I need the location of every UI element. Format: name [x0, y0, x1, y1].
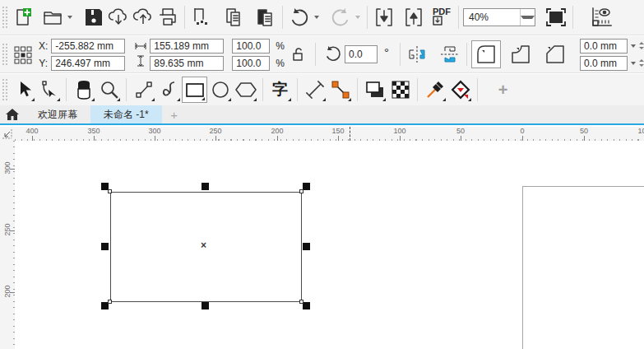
- dimension-tool[interactable]: [302, 77, 327, 103]
- new-tab-button[interactable]: +: [162, 105, 187, 123]
- connector-icon: [331, 80, 350, 100]
- cloud-upload-button[interactable]: [131, 4, 155, 30]
- selection-handle-middle-left[interactable]: [101, 243, 109, 250]
- fullscreen-preview-button[interactable]: [544, 4, 568, 30]
- undo-icon: [288, 7, 311, 28]
- redo-dropdown-arrow[interactable]: [355, 16, 360, 19]
- ruler-origin-button[interactable]: [0, 127, 15, 141]
- selection-handle-top-right[interactable]: [303, 183, 310, 190]
- eyedropper-tool[interactable]: [422, 77, 447, 103]
- scale-y-input[interactable]: 100.0: [232, 56, 270, 71]
- scalloped-corner-button[interactable]: [506, 40, 535, 68]
- object-position-icon: [13, 44, 33, 64]
- zoom-level-combobox[interactable]: 40%: [463, 8, 535, 26]
- lock-ratio-button[interactable]: [286, 41, 311, 67]
- redo-button[interactable]: [328, 4, 353, 30]
- cloud-download-button[interactable]: [106, 4, 131, 30]
- two-point-line-icon: [134, 80, 154, 100]
- save-button[interactable]: [81, 4, 106, 30]
- tab-welcome-screen[interactable]: 欢迎屏幕: [25, 105, 90, 123]
- zoom-level-dropdown[interactable]: [520, 9, 535, 26]
- toolbar-grip[interactable]: [2, 43, 9, 66]
- chevron-down-icon: [521, 16, 535, 19]
- toolbox-separator: [477, 78, 478, 101]
- toolbar-grip[interactable]: [2, 6, 9, 29]
- export-button[interactable]: [401, 4, 426, 30]
- cut-button[interactable]: [189, 4, 214, 30]
- selection-center-marker[interactable]: ×: [201, 240, 206, 251]
- pick-tool[interactable]: [11, 77, 36, 103]
- home-icon: [6, 109, 19, 120]
- selection-handle-bottom-middle[interactable]: [202, 302, 209, 309]
- eraser-tool[interactable]: [71, 77, 96, 103]
- corner-radius-bottom-dropdown[interactable]: [631, 62, 636, 65]
- connector-tool[interactable]: [327, 77, 353, 103]
- selection-handle-bottom-right[interactable]: [303, 302, 310, 309]
- rotation-angle-input[interactable]: 0.0: [345, 45, 378, 63]
- corner-radius-bottom-spinner[interactable]: [639, 59, 644, 67]
- object-width-input[interactable]: 155.189 mm: [150, 39, 224, 54]
- horizontal-ruler[interactable]: 400 350 300 250 200 150 100 50 0 50 100: [15, 127, 644, 141]
- text-tool[interactable]: 字: [267, 77, 293, 103]
- x-position-input[interactable]: -255.882 mm: [51, 39, 125, 54]
- freehand-tool[interactable]: [131, 77, 156, 103]
- ruler-label: 250: [3, 223, 12, 236]
- corner-node-bottom-left[interactable]: [108, 300, 112, 304]
- ruler-label: 400: [21, 127, 44, 135]
- corner-radius-top-input[interactable]: 0.0 mm: [580, 39, 628, 54]
- pattern-fill-tool[interactable]: [387, 77, 413, 103]
- copy-button[interactable]: [222, 4, 247, 30]
- corner-radius-top-dropdown[interactable]: [631, 44, 636, 48]
- ruler-label: 50: [572, 127, 595, 135]
- rectangle-tool[interactable]: [182, 77, 207, 103]
- print-icon: [157, 7, 178, 28]
- cloud-download-icon: [107, 7, 130, 28]
- y-position-input[interactable]: 246.497 mm: [51, 56, 125, 71]
- open-button[interactable]: [40, 4, 65, 30]
- corner-node-top-left[interactable]: [108, 189, 112, 193]
- toolbar-grip[interactable]: [2, 78, 9, 101]
- shape-tool[interactable]: [36, 77, 62, 103]
- document-tab-bar: 欢迎屏幕 未命名 -1* +: [0, 105, 644, 125]
- tab-untitled-document[interactable]: 未命名 -1*: [90, 105, 162, 123]
- corner-node-top-right[interactable]: [299, 189, 303, 193]
- corner-radius-bottom-input[interactable]: 0.0 mm: [580, 56, 628, 71]
- drop-shadow-tool[interactable]: [362, 77, 387, 103]
- selection-handle-middle-right[interactable]: [303, 243, 310, 250]
- chamfered-corner-button[interactable]: [540, 40, 570, 68]
- toolbox-separator: [417, 78, 418, 101]
- object-height-value: 89.635 mm: [154, 58, 203, 69]
- corner-node-bottom-right[interactable]: [299, 300, 303, 304]
- polygon-tool[interactable]: [233, 77, 258, 103]
- round-corner-button[interactable]: [471, 40, 501, 68]
- toolbar-separator: [184, 6, 185, 29]
- page-boundary: [522, 186, 644, 349]
- open-dropdown-arrow[interactable]: [67, 16, 72, 19]
- curve-tool[interactable]: [156, 77, 182, 103]
- publish-pdf-button[interactable]: PDF: [429, 4, 454, 30]
- show-rulers-button[interactable]: [589, 4, 614, 30]
- corner-radius-top-spinner[interactable]: [639, 42, 644, 49]
- undo-dropdown-arrow[interactable]: [314, 16, 319, 19]
- interactive-fill-tool[interactable]: [447, 77, 473, 103]
- new-document-button[interactable]: [11, 4, 35, 30]
- ellipse-tool[interactable]: [207, 77, 233, 103]
- zoom-tool[interactable]: [96, 77, 122, 103]
- undo-button[interactable]: [287, 4, 312, 30]
- selection-handle-top-middle[interactable]: [202, 183, 209, 190]
- paste-button[interactable]: [253, 4, 278, 30]
- add-tool-button[interactable]: +: [490, 77, 516, 103]
- round-corner-icon: [475, 44, 497, 65]
- object-height-input[interactable]: 89.635 mm: [150, 56, 224, 71]
- mirror-horizontal-button[interactable]: [405, 41, 429, 67]
- object-height-icon: [137, 55, 144, 67]
- drawing-canvas[interactable]: ×: [15, 141, 644, 349]
- print-button[interactable]: [155, 4, 180, 30]
- scale-x-input[interactable]: 100.0: [232, 39, 270, 54]
- vertical-ruler[interactable]: 300 250 200: [0, 141, 15, 349]
- import-button[interactable]: [372, 4, 396, 30]
- mirror-vertical-button[interactable]: [438, 41, 462, 67]
- home-tab-button[interactable]: [0, 105, 25, 123]
- drop-shadow-icon: [364, 80, 386, 100]
- ruler-eye-icon: [589, 6, 614, 29]
